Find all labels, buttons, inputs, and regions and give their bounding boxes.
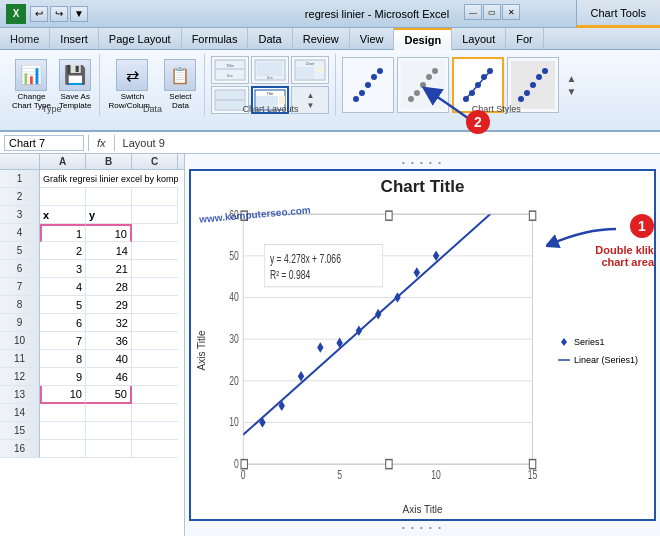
row-num-3: 3	[0, 206, 40, 224]
tab-design[interactable]: Design	[394, 28, 452, 50]
row-num-8: 8	[0, 296, 40, 314]
svg-point-40	[530, 82, 536, 88]
row-num-2: 2	[0, 188, 40, 206]
name-box[interactable]: Chart 7	[4, 135, 84, 151]
minimize-btn[interactable]: —	[464, 4, 482, 20]
cell-a6[interactable]: 3	[40, 260, 86, 278]
svg-text:15: 15	[528, 469, 538, 482]
svg-rect-80	[529, 211, 535, 220]
tab-review[interactable]: Review	[293, 28, 350, 49]
svg-text:0: 0	[234, 458, 239, 471]
cell-b4[interactable]: 10	[86, 224, 132, 242]
cell-b6[interactable]: 21	[86, 260, 132, 278]
ribbon-group-data: ⇄ SwitchRow/Colum... 📋 SelectData Data	[100, 54, 205, 116]
svg-point-42	[542, 68, 548, 74]
chart-area: • • • • • www.komputerseo.com Chart Titl…	[185, 154, 660, 536]
y-axis-label: Axis Title	[191, 199, 211, 502]
cell-b9[interactable]: 32	[86, 314, 132, 332]
row-num-6: 6	[0, 260, 40, 278]
svg-point-29	[432, 68, 438, 74]
svg-point-28	[426, 74, 432, 80]
row-num-9: 9	[0, 314, 40, 332]
chart-container[interactable]: Chart Title Axis Title	[189, 169, 656, 521]
formula-value: Layout 9	[119, 137, 656, 149]
tab-page-layout[interactable]: Page Layout	[99, 28, 182, 49]
svg-rect-9	[296, 67, 314, 79]
layout-3[interactable]: Chart	[291, 56, 329, 84]
excel-logo: X	[6, 4, 26, 24]
svg-text:40: 40	[229, 291, 239, 304]
style-scroll-btn[interactable]: ▲ ▼	[562, 69, 580, 101]
cell-b7[interactable]: 28	[86, 278, 132, 296]
svg-point-25	[408, 96, 414, 102]
chart-styles-group-label: Chart Styles	[336, 104, 656, 114]
type-group-label: Type	[4, 104, 99, 114]
ribbon-group-chart-styles: ▲ ▼ Chart Styles	[336, 54, 656, 116]
cell-b8[interactable]: 29	[86, 296, 132, 314]
svg-marker-84	[561, 338, 567, 346]
close-btn[interactable]: ✕	[502, 4, 520, 20]
row-num-7: 7	[0, 278, 40, 296]
ribbon-group-type: 📊 ChangeChart Type 💾 Save AsTemplate Typ…	[4, 54, 100, 116]
tab-data[interactable]: Data	[248, 28, 292, 49]
cell-a8[interactable]: 5	[40, 296, 86, 314]
cell-a9[interactable]: 6	[40, 314, 86, 332]
cell-a4[interactable]: 1	[40, 224, 86, 242]
tab-formulas[interactable]: Formulas	[182, 28, 249, 49]
row-num-5: 5	[0, 242, 40, 260]
restore-btn[interactable]: ▭	[483, 4, 501, 20]
svg-text:0: 0	[241, 469, 246, 482]
cell-b13[interactable]: 50	[86, 386, 132, 404]
svg-text:5: 5	[337, 469, 342, 482]
tab-layout[interactable]: Layout	[452, 28, 506, 49]
cell-b5[interactable]: 14	[86, 242, 132, 260]
svg-text:10: 10	[229, 416, 239, 429]
svg-point-38	[518, 96, 524, 102]
svg-point-22	[371, 74, 377, 80]
chart-title: Chart Title	[191, 171, 654, 199]
svg-text:10: 10	[431, 469, 441, 482]
layout-1[interactable]: TitleAxis	[211, 56, 249, 84]
svg-text:Title: Title	[227, 63, 235, 68]
callout-1-container: 1 Double klikchart area	[595, 214, 654, 268]
quick-access-toolbar[interactable]: ↩ ↪ ▼	[30, 6, 88, 22]
svg-text:30: 30	[229, 333, 239, 346]
cell-b3[interactable]: y	[86, 206, 132, 224]
cell-a1[interactable]: Grafik regresi linier excel by komputers…	[40, 170, 178, 188]
cell-b11[interactable]: 40	[86, 350, 132, 368]
svg-text:Axis: Axis	[228, 74, 234, 78]
svg-text:Chart: Chart	[306, 62, 315, 66]
cell-a10[interactable]: 7	[40, 332, 86, 350]
callout-2-circle: 2	[466, 110, 490, 134]
cell-b12[interactable]: 46	[86, 368, 132, 386]
row-num-12: 12	[0, 368, 40, 386]
layout-2[interactable]: Axis	[251, 56, 289, 84]
cell-b10[interactable]: 36	[86, 332, 132, 350]
tab-for[interactable]: For	[506, 28, 544, 49]
cell-a5[interactable]: 2	[40, 242, 86, 260]
dots-bottom: • • • • •	[189, 523, 656, 532]
svg-text:y = 4.278x + 7.066: y = 4.278x + 7.066	[270, 252, 341, 265]
tab-insert[interactable]: Insert	[50, 28, 99, 49]
row-num-10: 10	[0, 332, 40, 350]
callout-2-container: 2	[420, 82, 490, 134]
svg-point-19	[353, 96, 359, 102]
cell-a11[interactable]: 8	[40, 350, 86, 368]
svg-rect-82	[386, 460, 392, 469]
col-header-a: A	[40, 154, 86, 169]
svg-point-21	[365, 82, 371, 88]
col-header-b: B	[86, 154, 132, 169]
cell-a13[interactable]: 10	[40, 386, 86, 404]
cell-a3[interactable]: x	[40, 206, 86, 224]
tab-home[interactable]: Home	[0, 28, 50, 49]
svg-text:Title: Title	[267, 92, 274, 96]
data-group-label: Data	[100, 104, 204, 114]
svg-rect-17	[279, 96, 285, 104]
svg-point-39	[524, 90, 530, 96]
chart-layouts-group-label: Chart Layouts	[205, 104, 335, 114]
cell-a12[interactable]: 9	[40, 368, 86, 386]
row-num-1: 1	[0, 170, 40, 188]
cell-a7[interactable]: 4	[40, 278, 86, 296]
tab-view[interactable]: View	[350, 28, 395, 49]
fx-label: fx	[93, 137, 110, 149]
